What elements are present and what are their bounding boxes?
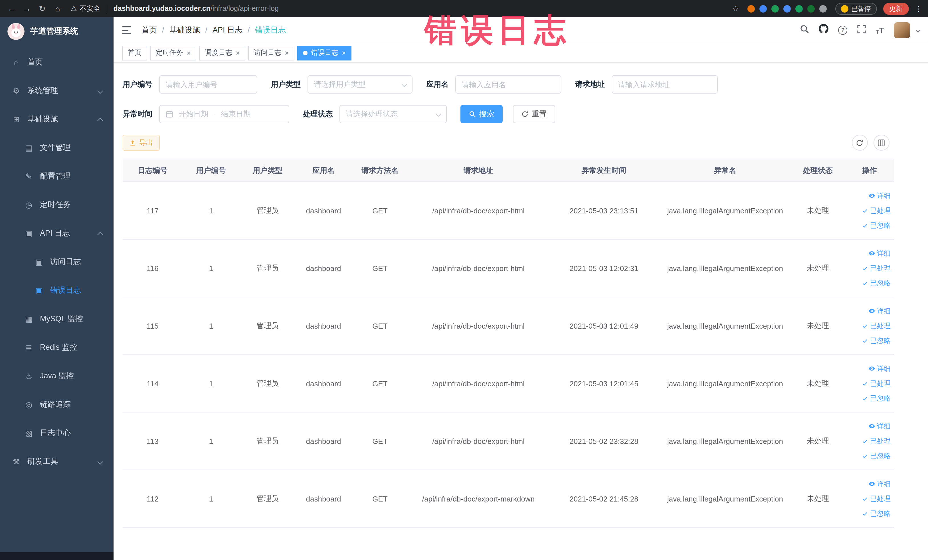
row-action-detail[interactable]: 详细 [845, 419, 891, 433]
app-name-input[interactable] [455, 75, 562, 93]
forward-button[interactable]: → [21, 4, 32, 13]
reset-button[interactable]: 重置 [513, 105, 555, 123]
check-icon [862, 510, 868, 517]
extension-icon[interactable] [783, 5, 791, 12]
cell-user_type: 管理员 [240, 297, 296, 355]
chevron-down-icon[interactable] [916, 27, 920, 32]
extension-icon[interactable] [771, 5, 779, 12]
request-url-input[interactable] [612, 75, 718, 93]
extension-icon[interactable] [795, 5, 803, 12]
row-action-processed[interactable]: 已处理 [845, 491, 891, 506]
sidebar-item-mysql-monitor[interactable]: ▦MySQL 监控 [0, 305, 113, 333]
extension-icon[interactable] [748, 5, 755, 12]
filter-user-id: 用户编号 [123, 75, 257, 93]
table-row: 1141管理员dashboardGET/api/infra/db-doc/exp… [123, 355, 894, 412]
breadcrumb-item: 错误日志 [255, 25, 286, 35]
breadcrumb-item[interactable]: 基础设施 [169, 25, 200, 35]
logo[interactable]: 芋道管理系统 [0, 17, 113, 46]
tab-1[interactable]: 定时任务× [150, 45, 196, 60]
home-button[interactable]: ⌂ [52, 4, 63, 13]
sidebar-item-label: 链路追踪 [40, 400, 71, 410]
close-icon[interactable]: × [186, 49, 191, 56]
sidebar-item-label: 日志中心 [40, 428, 71, 438]
cell-method: GET [351, 470, 409, 528]
cell-method: GET [351, 240, 409, 297]
browser-chrome: ← → ↻ ⌂ ⚠ 不安全 dashboard.yudao.iocoder.cn… [0, 0, 928, 17]
row-action-detail[interactable]: 详细 [845, 188, 891, 203]
sidebar-item-dev-tools[interactable]: ⚒研发工具 [0, 447, 113, 476]
sidebar-item-label: 错误日志 [50, 285, 81, 296]
back-button[interactable]: ← [6, 4, 17, 13]
search-button[interactable]: 搜索 [461, 105, 503, 123]
fullscreen-icon[interactable] [857, 24, 866, 36]
refresh-button[interactable] [852, 135, 867, 151]
url-bar[interactable]: dashboard.yudao.iocoder.cn/infra/log/api… [113, 5, 279, 12]
row-action-processed[interactable]: 已处理 [845, 318, 891, 333]
extension-icon[interactable] [759, 5, 767, 12]
help-icon[interactable]: ? [838, 25, 847, 35]
sidebar-item-scheduled-job[interactable]: ◷定时任务 [0, 191, 113, 219]
cell-user_id: 1 [183, 182, 240, 240]
sidebar-item-config-manage[interactable]: ✎配置管理 [0, 162, 113, 191]
sidebar-toggle-icon[interactable] [122, 25, 132, 35]
cell-actions: 详细已处理已忽略 [845, 355, 894, 412]
sidebar-item-file-manage[interactable]: ▤文件管理 [0, 134, 113, 162]
sidebar-item-system-manage[interactable]: ⚙系统管理 [0, 76, 113, 105]
column-header-url: 请求地址 [409, 159, 548, 182]
sidebar-item-infrastructure[interactable]: ⊞基础设施 [0, 105, 113, 134]
process-status-select[interactable]: 请选择处理状态 [339, 105, 447, 123]
row-action-processed[interactable]: 已处理 [845, 261, 891, 276]
column-settings-button[interactable] [873, 135, 889, 151]
github-icon[interactable] [819, 24, 829, 36]
user-type-select[interactable]: 请选择用户类型 [308, 75, 412, 93]
row-action-ignored[interactable]: 已忽略 [845, 391, 891, 406]
sidebar-item-log-center[interactable]: ▧日志中心 [0, 419, 113, 447]
breadcrumb-item[interactable]: 首页 [142, 25, 157, 35]
security-indicator[interactable]: ⚠ 不安全 [71, 4, 101, 14]
avatar[interactable] [894, 22, 910, 38]
bookmark-star-icon[interactable]: ☆ [730, 4, 741, 13]
row-action-detail[interactable]: 详细 [845, 304, 891, 318]
sidebar-item-api-log[interactable]: ▣API 日志 [0, 219, 113, 248]
row-action-ignored[interactable]: 已忽略 [845, 333, 891, 348]
sidebar-item-error-log[interactable]: ▣错误日志 [0, 276, 113, 305]
row-action-ignored[interactable]: 已忽略 [845, 506, 891, 521]
sidebar-item-trace[interactable]: ◎链路追踪 [0, 390, 113, 419]
breadcrumb-item[interactable]: API 日志 [212, 25, 243, 35]
user-id-input[interactable] [159, 75, 257, 93]
content: 用户编号 用户类型 请选择用户类型 应用名 [113, 63, 928, 560]
sidebar-item-access-log[interactable]: ▣访问日志 [0, 248, 113, 276]
tab-0[interactable]: 首页 [122, 45, 147, 60]
update-button[interactable]: 更新 [883, 3, 908, 15]
sidebar-item-home[interactable]: ⌂首页 [0, 48, 113, 76]
search-icon[interactable] [800, 24, 809, 36]
sidebar-item-java-monitor[interactable]: ♨Java 监控 [0, 362, 113, 390]
extension-icon[interactable] [807, 5, 815, 12]
sidebar-item-redis-monitor[interactable]: ≣Redis 监控 [0, 333, 113, 362]
extension-icon[interactable] [819, 5, 827, 12]
eye-icon [868, 365, 875, 372]
cell-user_type: 管理员 [240, 412, 296, 470]
cell-method: GET [351, 297, 409, 355]
close-icon[interactable]: × [342, 49, 346, 56]
row-action-detail[interactable]: 详细 [845, 361, 891, 376]
row-action-ignored[interactable]: 已忽略 [845, 218, 891, 233]
export-button[interactable]: 导出 [123, 135, 160, 151]
row-action-ignored[interactable]: 已忽略 [845, 276, 891, 290]
tab-3[interactable]: 访问日志× [248, 45, 295, 60]
tab-4[interactable]: 错误日志× [297, 45, 351, 60]
row-action-processed[interactable]: 已处理 [845, 203, 891, 218]
row-action-detail[interactable]: 详细 [845, 246, 891, 261]
row-action-detail[interactable]: 详细 [845, 476, 891, 491]
paused-badge[interactable]: 已暂停 [835, 3, 877, 15]
row-action-processed[interactable]: 已处理 [845, 376, 891, 391]
date-range-picker[interactable]: 开始日期 - 结束日期 [159, 105, 289, 123]
close-icon[interactable]: × [236, 49, 240, 56]
reload-button[interactable]: ↻ [37, 4, 48, 13]
close-icon[interactable]: × [285, 49, 289, 56]
row-action-processed[interactable]: 已处理 [845, 433, 891, 449]
tab-2[interactable]: 调度日志× [199, 45, 245, 60]
row-action-ignored[interactable]: 已忽略 [845, 449, 891, 463]
browser-menu-icon[interactable]: ⋮ [915, 4, 922, 13]
font-size-icon[interactable]: TT [876, 25, 884, 35]
